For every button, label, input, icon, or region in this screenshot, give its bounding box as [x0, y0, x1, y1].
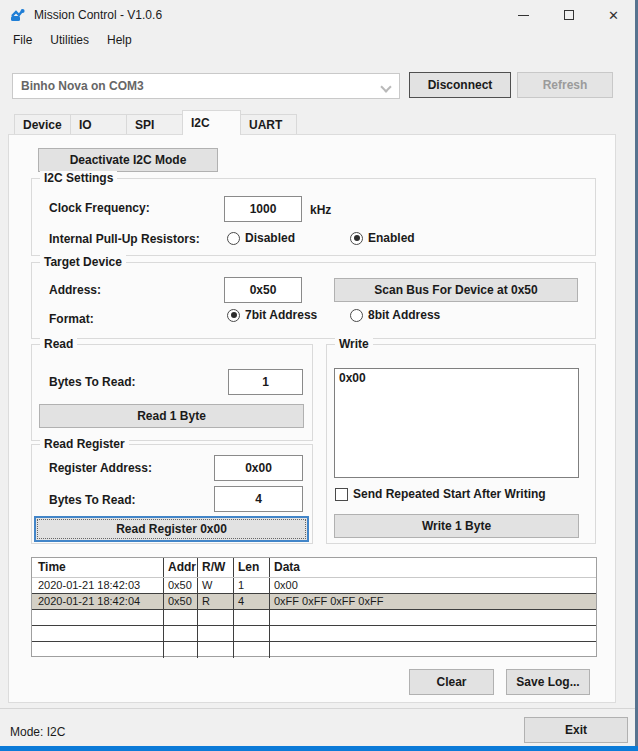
target-device-group-label: Target Device — [40, 255, 126, 269]
log-cell-len: 4 — [234, 594, 270, 609]
repeated-start-label: Send Repeated Start After Writing — [353, 487, 546, 501]
log-cell-rw: W — [198, 578, 234, 593]
log-cell-empty — [164, 642, 198, 658]
exit-button[interactable]: Exit — [524, 717, 628, 743]
pullup-enabled-radio[interactable]: Enabled — [350, 231, 415, 245]
table-row-empty[interactable] — [32, 610, 596, 626]
checkbox-unchecked-icon — [335, 488, 348, 501]
transaction-log-table: Time Addr R/W Len Data 2020-01-21 18:42:… — [31, 557, 597, 657]
menu-utilities[interactable]: Utilities — [41, 30, 98, 52]
log-cell-time: 2020-01-21 18:42:04 — [32, 594, 164, 609]
read-group-label: Read — [40, 337, 77, 351]
write-buffer-textarea[interactable]: 0x00 — [334, 368, 579, 478]
table-row-empty[interactable] — [32, 642, 596, 658]
log-cell-empty — [234, 610, 270, 625]
register-bytes-label: Bytes To Read: — [49, 493, 135, 507]
table-row-empty[interactable] — [32, 626, 596, 642]
log-cell-empty — [32, 610, 164, 625]
log-col-len: Len — [234, 558, 270, 577]
tab-spi[interactable]: SPI — [126, 114, 183, 135]
log-cell-empty — [270, 626, 596, 641]
log-cell-addr: 0x50 — [164, 594, 198, 609]
menu-help[interactable]: Help — [98, 30, 141, 52]
app-icon — [10, 7, 26, 23]
log-cell-empty — [270, 642, 596, 658]
device-port-select[interactable]: Binho Nova on COM3 — [12, 73, 400, 99]
mode-status-text: Mode: I2C — [10, 725, 65, 739]
radio-checked-icon — [350, 232, 363, 245]
repeated-start-checkbox[interactable]: Send Repeated Start After Writing — [335, 487, 546, 501]
log-cell-empty — [164, 626, 198, 641]
tab-uart[interactable]: UART — [240, 114, 297, 135]
refresh-button: Refresh — [517, 72, 613, 98]
menu-file[interactable]: File — [4, 30, 41, 52]
clock-frequency-input[interactable]: 1000 — [224, 196, 302, 222]
window-bottom-border — [0, 746, 638, 751]
log-col-addr: Addr — [164, 558, 198, 577]
minimize-button[interactable] — [501, 0, 546, 30]
write-byte-button[interactable]: Write 1 Byte — [334, 514, 579, 538]
write-group-label: Write — [335, 337, 373, 351]
window-title: Mission Control - V1.0.6 — [34, 8, 162, 22]
log-cell-empty — [164, 610, 198, 625]
read-byte-button[interactable]: Read 1 Byte — [39, 404, 304, 428]
format-8bit-label: 8bit Address — [368, 308, 440, 322]
table-row[interactable]: 2020-01-21 18:42:03 0x50 W 1 0x00 — [32, 578, 596, 594]
tab-i2c[interactable]: I2C — [182, 110, 241, 135]
address-input[interactable]: 0x50 — [224, 277, 302, 303]
log-cell-data: 0xFF 0xFF 0xFF 0xFF — [270, 594, 596, 609]
clock-frequency-unit: kHz — [310, 203, 331, 217]
i2c-tab-panel: Deactivate I2C Mode I2C Settings Clock F… — [8, 134, 616, 703]
tab-strip: Device IO SPI I2C UART — [14, 110, 296, 135]
log-header-row: Time Addr R/W Len Data — [32, 558, 596, 578]
log-cell-addr: 0x50 — [164, 578, 198, 593]
radio-unchecked-icon — [350, 309, 363, 322]
maximize-button[interactable] — [546, 0, 591, 30]
save-log-button[interactable]: Save Log... — [506, 669, 590, 695]
register-address-label: Register Address: — [49, 461, 152, 475]
log-cell-len: 1 — [234, 578, 270, 593]
device-port-value: Binho Nova on COM3 — [21, 79, 144, 93]
minimize-icon — [518, 15, 529, 16]
title-bar[interactable]: Mission Control - V1.0.6 ✕ — [0, 0, 638, 30]
format-7bit-radio[interactable]: 7bit Address — [227, 308, 317, 322]
read-register-button[interactable]: Read Register 0x00 — [34, 516, 309, 542]
read-register-group-label: Read Register — [40, 437, 129, 451]
tab-io[interactable]: IO — [70, 114, 127, 135]
format-8bit-radio[interactable]: 8bit Address — [350, 308, 440, 322]
log-cell-empty — [198, 610, 234, 625]
register-bytes-input[interactable]: 4 — [214, 486, 303, 512]
log-cell-empty — [234, 626, 270, 641]
format-label: Format: — [49, 312, 94, 326]
log-col-data: Data — [270, 558, 596, 577]
register-address-input[interactable]: 0x00 — [214, 455, 303, 481]
log-cell-empty — [270, 610, 596, 625]
log-cell-rw: R — [198, 594, 234, 609]
pullup-resistors-label: Internal Pull-Up Resistors: — [49, 232, 200, 246]
maximize-icon — [564, 10, 574, 20]
i2c-settings-group-label: I2C Settings — [40, 171, 117, 185]
log-cell-time: 2020-01-21 18:42:03 — [32, 578, 164, 593]
tab-device[interactable]: Device — [14, 114, 71, 135]
clear-button[interactable]: Clear — [409, 669, 494, 695]
log-col-rw: R/W — [198, 558, 234, 577]
table-row-selected[interactable]: 2020-01-21 18:42:04 0x50 R 4 0xFF 0xFF 0… — [32, 594, 596, 610]
clock-frequency-label: Clock Frequency: — [49, 201, 150, 215]
log-cell-data: 0x00 — [270, 578, 596, 593]
scan-bus-button[interactable]: Scan Bus For Device at 0x50 — [334, 278, 578, 302]
radio-checked-icon — [227, 309, 240, 322]
deactivate-i2c-mode-button[interactable]: Deactivate I2C Mode — [38, 148, 218, 172]
disconnect-button[interactable]: Disconnect — [409, 72, 511, 98]
close-button[interactable]: ✕ — [591, 0, 636, 30]
status-bar: Mode: I2C Exit — [0, 708, 638, 751]
close-icon: ✕ — [608, 8, 619, 23]
format-7bit-label: 7bit Address — [245, 308, 317, 322]
log-cell-empty — [234, 642, 270, 658]
read-bytes-input[interactable]: 1 — [228, 369, 303, 395]
read-bytes-label: Bytes To Read: — [49, 375, 135, 389]
pullup-disabled-radio[interactable]: Disabled — [227, 231, 295, 245]
address-label: Address: — [49, 283, 101, 297]
menu-bar: File Utilities Help — [0, 30, 638, 52]
chevron-down-icon — [382, 83, 390, 91]
log-cell-empty — [198, 642, 234, 658]
